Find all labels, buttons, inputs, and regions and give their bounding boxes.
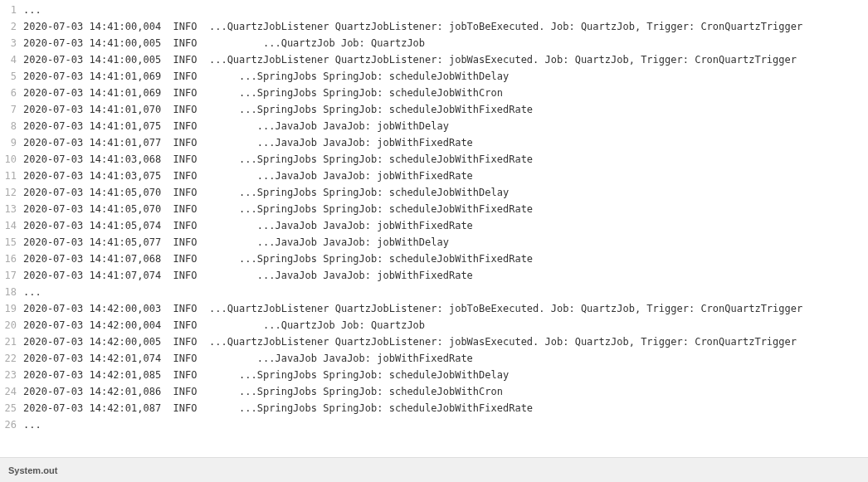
log-line: 42020-07-03 14:41:00,005 INFO ...QuartzJ… bbox=[0, 51, 868, 68]
log-line: 172020-07-03 14:41:07,074 INFO ...JavaJo… bbox=[0, 267, 868, 284]
log-line: 192020-07-03 14:42:00,003 INFO ...Quartz… bbox=[0, 300, 868, 317]
line-number: 22 bbox=[0, 350, 23, 367]
log-line: 18... bbox=[0, 284, 868, 300]
log-output-area[interactable]: 1...22020-07-03 14:41:00,004 INFO ...Qua… bbox=[0, 0, 868, 457]
line-number: 25 bbox=[0, 400, 23, 416]
log-line: 242020-07-03 14:42:01,086 INFO ...Spring… bbox=[0, 383, 868, 400]
log-text: 2020-07-03 14:41:07,074 INFO ...JavaJob … bbox=[23, 267, 868, 284]
console-footer: System.out bbox=[0, 457, 868, 482]
line-number: 5 bbox=[0, 68, 23, 85]
log-text: 2020-07-03 14:41:00,004 INFO ...QuartzJo… bbox=[23, 18, 868, 35]
log-text: 2020-07-03 14:41:01,075 INFO ...JavaJob … bbox=[23, 118, 868, 134]
log-text: 2020-07-03 14:41:05,077 INFO ...JavaJob … bbox=[23, 234, 868, 251]
log-text: 2020-07-03 14:41:05,070 INFO ...SpringJo… bbox=[23, 184, 868, 201]
log-line: 232020-07-03 14:42:01,085 INFO ...Spring… bbox=[0, 367, 868, 383]
log-line: 252020-07-03 14:42:01,087 INFO ...Spring… bbox=[0, 400, 868, 416]
log-text: 2020-07-03 14:42:00,003 INFO ...QuartzJo… bbox=[23, 300, 868, 317]
log-line: 1... bbox=[0, 2, 868, 18]
log-text: 2020-07-03 14:42:00,005 INFO ...QuartzJo… bbox=[23, 334, 868, 350]
log-line: 22020-07-03 14:41:00,004 INFO ...QuartzJ… bbox=[0, 18, 868, 35]
log-text: 2020-07-03 14:42:00,004 INFO ...QuartzJo… bbox=[23, 317, 868, 334]
log-line: 122020-07-03 14:41:05,070 INFO ...Spring… bbox=[0, 184, 868, 201]
log-text: 2020-07-03 14:41:07,068 INFO ...SpringJo… bbox=[23, 251, 868, 267]
line-number: 23 bbox=[0, 367, 23, 383]
log-text: ... bbox=[23, 416, 868, 433]
log-line: 162020-07-03 14:41:07,068 INFO ...Spring… bbox=[0, 251, 868, 267]
line-number: 4 bbox=[0, 51, 23, 68]
line-number: 17 bbox=[0, 267, 23, 284]
log-text: 2020-07-03 14:41:01,070 INFO ...SpringJo… bbox=[23, 101, 868, 118]
line-number: 24 bbox=[0, 383, 23, 400]
log-line: 152020-07-03 14:41:05,077 INFO ...JavaJo… bbox=[0, 234, 868, 251]
line-number: 14 bbox=[0, 217, 23, 234]
log-line: 132020-07-03 14:41:05,070 INFO ...Spring… bbox=[0, 201, 868, 217]
log-line: 82020-07-03 14:41:01,075 INFO ...JavaJob… bbox=[0, 118, 868, 134]
line-number: 20 bbox=[0, 317, 23, 334]
log-text: 2020-07-03 14:41:05,074 INFO ...JavaJob … bbox=[23, 217, 868, 234]
log-line: 112020-07-03 14:41:03,075 INFO ...JavaJo… bbox=[0, 168, 868, 184]
line-number: 7 bbox=[0, 101, 23, 118]
line-number: 19 bbox=[0, 300, 23, 317]
line-number: 2 bbox=[0, 18, 23, 35]
line-number: 11 bbox=[0, 168, 23, 184]
line-number: 9 bbox=[0, 134, 23, 151]
log-line: 102020-07-03 14:41:03,068 INFO ...Spring… bbox=[0, 151, 868, 168]
log-line: 142020-07-03 14:41:05,074 INFO ...JavaJo… bbox=[0, 217, 868, 234]
log-text: 2020-07-03 14:42:01,085 INFO ...SpringJo… bbox=[23, 367, 868, 383]
log-text: 2020-07-03 14:41:05,070 INFO ...SpringJo… bbox=[23, 201, 868, 217]
log-line: 62020-07-03 14:41:01,069 INFO ...SpringJ… bbox=[0, 85, 868, 101]
line-number: 15 bbox=[0, 234, 23, 251]
log-line: 92020-07-03 14:41:01,077 INFO ...JavaJob… bbox=[0, 134, 868, 151]
log-content: 1...22020-07-03 14:41:00,004 INFO ...Qua… bbox=[0, 0, 868, 433]
log-text: 2020-07-03 14:42:01,086 INFO ...SpringJo… bbox=[23, 383, 868, 400]
line-number: 6 bbox=[0, 85, 23, 101]
log-text: 2020-07-03 14:41:00,005 INFO ...QuartzJo… bbox=[23, 35, 868, 51]
log-line: 202020-07-03 14:42:00,004 INFO ...Quartz… bbox=[0, 317, 868, 334]
log-line: 72020-07-03 14:41:01,070 INFO ...SpringJ… bbox=[0, 101, 868, 118]
line-number: 10 bbox=[0, 151, 23, 168]
log-text: 2020-07-03 14:42:01,087 INFO ...SpringJo… bbox=[23, 400, 868, 416]
log-text: ... bbox=[23, 2, 868, 18]
log-line: 26... bbox=[0, 416, 868, 433]
log-text: 2020-07-03 14:42:01,074 INFO ...JavaJob … bbox=[23, 350, 868, 367]
log-line: 212020-07-03 14:42:00,005 INFO ...Quartz… bbox=[0, 334, 868, 350]
log-text: 2020-07-03 14:41:03,075 INFO ...JavaJob … bbox=[23, 168, 868, 184]
log-line: 52020-07-03 14:41:01,069 INFO ...SpringJ… bbox=[0, 68, 868, 85]
console-label: System.out bbox=[8, 465, 57, 475]
log-text: 2020-07-03 14:41:00,005 INFO ...QuartzJo… bbox=[23, 51, 868, 68]
line-number: 18 bbox=[0, 284, 23, 300]
log-text: 2020-07-03 14:41:01,069 INFO ...SpringJo… bbox=[23, 68, 868, 85]
log-text: ... bbox=[23, 284, 868, 300]
line-number: 26 bbox=[0, 416, 23, 433]
line-number: 16 bbox=[0, 251, 23, 267]
log-line: 32020-07-03 14:41:00,005 INFO ...QuartzJ… bbox=[0, 35, 868, 51]
line-number: 13 bbox=[0, 201, 23, 217]
log-text: 2020-07-03 14:41:01,077 INFO ...JavaJob … bbox=[23, 134, 868, 151]
log-line: 222020-07-03 14:42:01,074 INFO ...JavaJo… bbox=[0, 350, 868, 367]
line-number: 12 bbox=[0, 184, 23, 201]
log-text: 2020-07-03 14:41:03,068 INFO ...SpringJo… bbox=[23, 151, 868, 168]
log-text: 2020-07-03 14:41:01,069 INFO ...SpringJo… bbox=[23, 85, 868, 101]
line-number: 3 bbox=[0, 35, 23, 51]
line-number: 1 bbox=[0, 2, 23, 18]
line-number: 8 bbox=[0, 118, 23, 134]
line-number: 21 bbox=[0, 334, 23, 350]
